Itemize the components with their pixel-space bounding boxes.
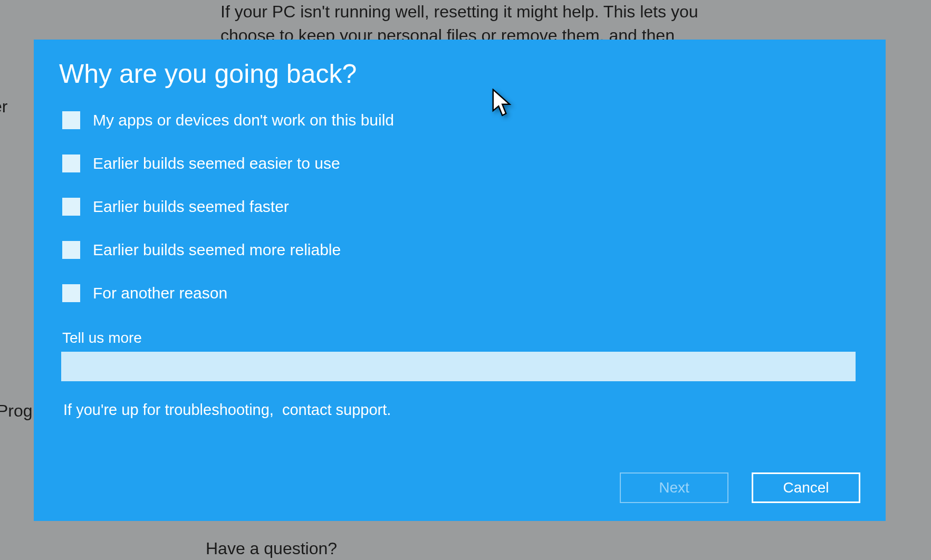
contact-support-link[interactable]: contact support. bbox=[282, 401, 391, 418]
option-another-reason[interactable]: For another reason bbox=[62, 284, 860, 302]
option-reliable[interactable]: Earlier builds seemed more reliable bbox=[62, 241, 860, 259]
checkbox-icon[interactable] bbox=[62, 284, 80, 302]
option-label: For another reason bbox=[93, 284, 227, 302]
option-easier[interactable]: Earlier builds seemed easier to use bbox=[62, 155, 860, 172]
checkbox-icon[interactable] bbox=[62, 241, 80, 259]
reason-options-list: My apps or devices don't work on this bu… bbox=[62, 111, 860, 302]
go-back-dialog: Why are you going back? My apps or devic… bbox=[34, 40, 886, 521]
cancel-button[interactable]: Cancel bbox=[752, 472, 860, 503]
troubleshooting-prefix: If you're up for troubleshooting, bbox=[63, 401, 274, 418]
checkbox-icon[interactable] bbox=[62, 198, 80, 216]
tell-us-more-input[interactable] bbox=[61, 352, 856, 381]
option-apps-devices[interactable]: My apps or devices don't work on this bu… bbox=[62, 111, 860, 129]
option-label: Earlier builds seemed faster bbox=[93, 198, 289, 216]
checkbox-icon[interactable] bbox=[62, 155, 80, 172]
background-fragment-prog: Prog bbox=[0, 399, 33, 423]
option-label: My apps or devices don't work on this bu… bbox=[93, 111, 394, 129]
option-label: Earlier builds seemed more reliable bbox=[93, 241, 341, 259]
dialog-title: Why are you going back? bbox=[59, 59, 860, 89]
next-button: Next bbox=[620, 472, 728, 503]
dialog-button-row: Next Cancel bbox=[620, 472, 860, 503]
checkbox-icon[interactable] bbox=[62, 111, 80, 129]
option-faster[interactable]: Earlier builds seemed faster bbox=[62, 198, 860, 216]
option-label: Earlier builds seemed easier to use bbox=[93, 155, 340, 172]
background-fragment-er: er bbox=[0, 95, 7, 119]
troubleshooting-text: If you're up for troubleshooting, contac… bbox=[63, 401, 860, 419]
background-have-a-question: Have a question? bbox=[206, 537, 337, 560]
tell-us-more-label: Tell us more bbox=[62, 330, 860, 346]
